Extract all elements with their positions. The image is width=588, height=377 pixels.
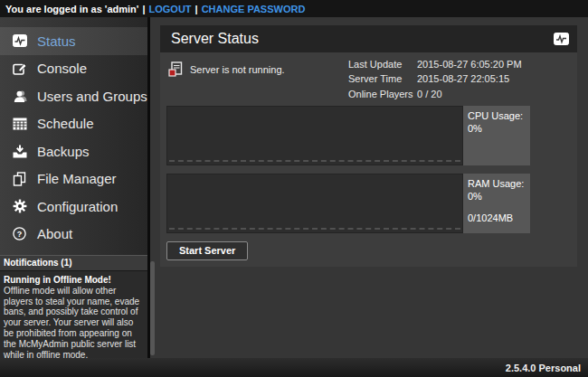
sidebar-item-status[interactable]: Status: [0, 27, 147, 55]
cpu-usage-value: 0%: [468, 123, 526, 136]
ram-usage-chart: [166, 174, 463, 233]
sidebar-item-schedule[interactable]: Schedule: [0, 110, 147, 138]
version-text: 2.5.4.0 Personal: [506, 363, 581, 373]
info-value: 2015-08-27 6:05:20 PM: [417, 59, 522, 71]
info-label: Online Players: [348, 89, 417, 100]
server-info-table: Last Update 2015-08-27 6:05:20 PM Server…: [348, 58, 522, 100]
sidebar-item-label: Backups: [37, 144, 90, 159]
sidebar-item-about[interactable]: ? About: [0, 221, 147, 249]
ram-chart-row: RAM Usage: 0% 0/1024MB: [166, 174, 577, 233]
notification-title: Running in Offline Mode!: [4, 275, 144, 286]
gear-icon: [12, 199, 27, 214]
sidebar-item-label: About: [37, 226, 72, 241]
notifications-panel: Notifications (1) Running in Offline Mod…: [0, 255, 147, 365]
server-status-panel: Server Status Server is not running. Las…: [160, 25, 577, 267]
logout-link[interactable]: LOGOUT: [149, 4, 192, 14]
console-icon: [12, 61, 27, 76]
sidebar-item-label: Console: [37, 61, 87, 76]
sidebar-item-configuration[interactable]: Configuration: [0, 193, 147, 221]
footer: 2.5.4.0 Personal: [0, 358, 588, 377]
sidebar-menu: Status Console Users and Groups: [0, 17, 147, 248]
status-row: Server is not running. Last Update 2015-…: [166, 58, 577, 100]
sidebar-item-users-and-groups[interactable]: Users and Groups: [0, 82, 147, 110]
topbar: You are logged in as 'admin' | LOGOUT | …: [0, 0, 588, 17]
sidebar-item-backups[interactable]: Backups: [0, 137, 147, 165]
schedule-icon: [12, 116, 27, 131]
scrollbar-thumb[interactable]: [150, 261, 155, 355]
ram-usage-label: RAM Usage:: [468, 178, 526, 191]
status-pulse-icon: [554, 33, 569, 45]
change-password-link[interactable]: CHANGE PASSWORD: [202, 4, 306, 14]
sidebar-item-file-manager[interactable]: File Manager: [0, 165, 147, 193]
separator: |: [195, 4, 198, 14]
file-manager-icon: [12, 171, 27, 186]
users-icon: [12, 89, 27, 104]
info-label: Last Update: [348, 59, 417, 71]
info-value: 0 / 20: [417, 89, 522, 100]
notification-body-text: Offline mode will allow other players to…: [4, 286, 144, 361]
sidebar-item-label: Schedule: [37, 116, 94, 131]
ram-usage-box: RAM Usage: 0% 0/1024MB: [463, 174, 530, 233]
cpu-usage-label: CPU Usage:: [468, 110, 526, 123]
svg-text:?: ?: [17, 230, 23, 239]
start-server-button[interactable]: Start Server: [166, 241, 248, 260]
ram-usage-value: 0%: [468, 191, 526, 203]
cpu-usage-chart: [166, 106, 463, 165]
ram-usage-detail: 0/1024MB: [468, 212, 526, 225]
info-value: 2015-08-27 22:05:15: [417, 73, 522, 85]
sidebar-item-label: Users and Groups: [37, 89, 147, 104]
cpu-usage-box: CPU Usage: 0%: [463, 106, 530, 165]
logged-in-text: You are logged in as 'admin': [5, 4, 138, 14]
sidebar-item-label: Configuration: [37, 199, 118, 214]
backups-icon: [12, 144, 27, 159]
sidebar-item-console[interactable]: Console: [0, 55, 147, 83]
panel-header: Server Status: [160, 25, 577, 52]
ram-chart-baseline: [169, 228, 460, 230]
cpu-chart-baseline: [169, 160, 460, 162]
server-stopped-icon: [168, 61, 183, 77]
button-row: Start Server: [166, 241, 577, 260]
separator: |: [142, 4, 145, 14]
sidebar-item-label: Status: [37, 33, 76, 49]
page-title: Server Status: [171, 31, 554, 47]
info-label: Server Time: [348, 73, 417, 85]
notifications-header: Notifications (1): [0, 255, 147, 271]
status-message-block: Server is not running.: [166, 58, 348, 100]
cpu-chart-row: CPU Usage: 0%: [166, 106, 577, 165]
status-pulse-icon: [12, 33, 27, 49]
notification-item: Running in Offline Mode! Offline mode wi…: [0, 271, 147, 365]
sidebar-item-label: File Manager: [37, 171, 117, 186]
question-icon: ?: [12, 226, 27, 241]
server-status-message: Server is not running.: [190, 61, 285, 75]
